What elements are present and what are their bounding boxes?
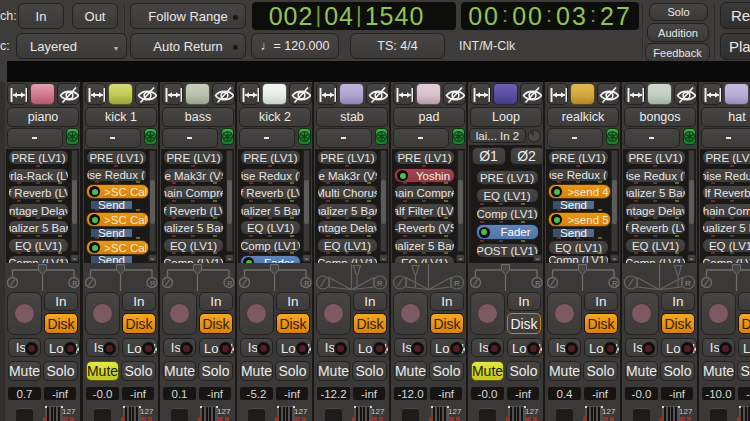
svg-text:R: R xyxy=(535,280,540,287)
svg-text:R: R xyxy=(72,280,77,287)
svg-text:R: R xyxy=(150,280,155,287)
svg-text:R: R xyxy=(377,279,383,288)
svg-text:R: R xyxy=(454,279,460,288)
svg-text:R: R xyxy=(612,280,617,287)
svg-text:R: R xyxy=(685,279,691,288)
svg-text:R: R xyxy=(227,280,232,287)
svg-text:R: R xyxy=(304,280,309,287)
